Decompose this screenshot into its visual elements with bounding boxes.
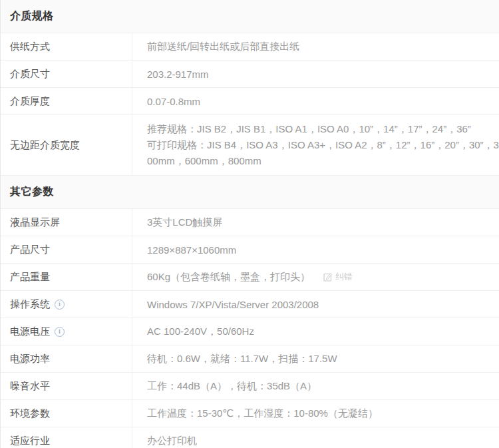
table-row: 供纸方式 前部送纸/回转出纸或后部直接出纸 xyxy=(1,33,499,61)
info-icon[interactable]: i xyxy=(55,327,65,337)
spec-value-power-consumption: 待机：0.6W，就绪：11.7W，扫描：17.5W xyxy=(132,345,499,372)
table-row: 无边距介质宽度 推荐规格：JIS B2，JIS B1，ISO A1，ISO A0… xyxy=(1,115,499,176)
spec-label-media-size: 介质尺寸 xyxy=(1,61,132,87)
error-correction-link[interactable]: 纠错 xyxy=(323,271,353,283)
spec-label-power-voltage: 电源电压 i xyxy=(1,318,132,345)
operating-system-label-text: 操作系统 xyxy=(10,298,50,311)
spec-value-borderless-media-width: 推荐规格：JIS B2，JIS B1，ISO A1，ISO A0，10”，14”… xyxy=(132,115,499,175)
table-row: 产品重量 60Kg（包含卷纸轴，墨盒，打印头） 纠错 xyxy=(1,264,499,291)
spec-label-suitable-industry: 适应行业 xyxy=(1,427,132,448)
table-row: 操作系统 i Windows 7/XP/Vista/Server 2003/20… xyxy=(1,291,499,318)
spec-label-noise-level: 噪音水平 xyxy=(1,373,132,399)
table-row: 液晶显示屏 3英寸LCD触摸屏 xyxy=(1,209,499,236)
spec-label-paper-feed: 供纸方式 xyxy=(1,33,132,60)
edit-pencil-icon xyxy=(323,272,333,282)
spec-label-operating-system: 操作系统 i xyxy=(1,291,132,318)
weight-value-text: 60Kg（包含卷纸轴，墨盒，打印头） xyxy=(147,271,310,284)
table-row: 电源电压 i AC 100-240V，50/60Hz xyxy=(1,318,499,345)
spec-label-product-weight: 产品重量 xyxy=(1,264,132,290)
printable-specs-line: 可打印规格：JIS B4，ISO A3，ISO A3+，ISO A2，8”，12… xyxy=(147,137,499,169)
recommended-specs-line: 推荐规格：JIS B2，JIS B1，ISO A1，ISO A0，10”，14”… xyxy=(147,121,499,137)
table-row: 环境参数 工作温度：15-30℃，工作湿度：10-80%（无凝结） xyxy=(1,400,499,427)
spec-value-power-voltage: AC 100-240V，50/60Hz xyxy=(132,318,499,345)
table-row: 电源功率 待机：0.6W，就绪：11.7W，扫描：17.5W xyxy=(1,345,499,373)
spec-label-power-consumption: 电源功率 xyxy=(1,345,132,372)
spec-label-product-dimensions: 产品尺寸 xyxy=(1,236,132,263)
table-row: 噪音水平 工作：44dB（A），待机：35dB（A） xyxy=(1,373,499,400)
spec-value-noise-level: 工作：44dB（A），待机：35dB（A） xyxy=(132,373,499,399)
table-row: 介质尺寸 203.2-917mm xyxy=(1,61,499,88)
error-correction-label: 纠错 xyxy=(335,271,353,283)
spec-value-paper-feed: 前部送纸/回转出纸或后部直接出纸 xyxy=(132,33,499,60)
info-icon[interactable]: i xyxy=(55,300,65,310)
power-voltage-label-text: 电源电压 xyxy=(10,326,50,338)
spec-label-lcd-screen: 液晶显示屏 xyxy=(1,209,132,236)
section-title: 介质规格 xyxy=(10,9,54,23)
spec-value-environment-params: 工作温度：15-30℃，工作湿度：10-80%（无凝结） xyxy=(132,400,499,427)
spec-value-lcd-screen: 3英寸LCD触摸屏 xyxy=(132,209,499,236)
spec-label-borderless-media-width: 无边距介质宽度 xyxy=(1,115,132,175)
product-spec-table: 介质规格 供纸方式 前部送纸/回转出纸或后部直接出纸 介质尺寸 203.2-91… xyxy=(0,0,499,448)
section-header-media-specs: 介质规格 xyxy=(1,0,499,33)
spec-value-media-size: 203.2-917mm xyxy=(132,61,499,87)
spec-label-media-thickness: 介质厚度 xyxy=(1,88,132,114)
section-title: 其它参数 xyxy=(10,185,54,199)
table-row: 适应行业 办公打印机 xyxy=(1,427,499,448)
table-row: 介质厚度 0.07-0.8mm xyxy=(1,88,499,115)
table-row: 产品尺寸 1289×887×1060mm xyxy=(1,236,499,264)
spec-value-media-thickness: 0.07-0.8mm xyxy=(132,88,499,114)
spec-value-product-dimensions: 1289×887×1060mm xyxy=(132,236,499,263)
section-header-other-params: 其它参数 xyxy=(1,176,499,209)
spec-value-operating-system: Windows 7/XP/Vista/Server 2003/2008 xyxy=(132,291,499,318)
spec-value-suitable-industry: 办公打印机 xyxy=(132,427,499,448)
spec-value-product-weight: 60Kg（包含卷纸轴，墨盒，打印头） 纠错 xyxy=(132,264,499,290)
spec-label-environment-params: 环境参数 xyxy=(1,400,132,427)
